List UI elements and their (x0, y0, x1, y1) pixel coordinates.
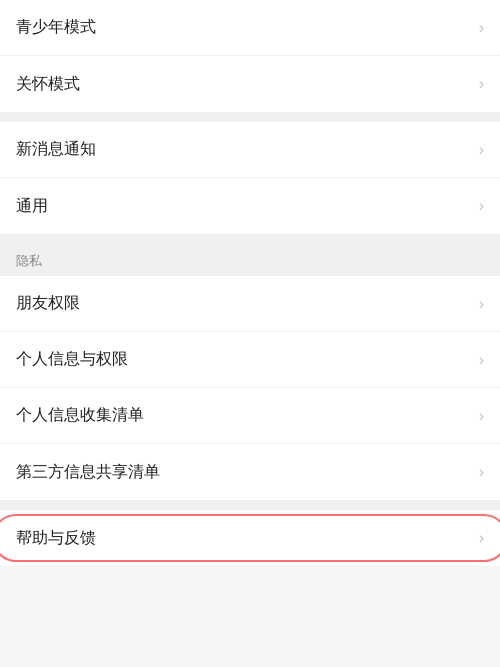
item-label-notifications: 新消息通知 (16, 139, 96, 160)
settings-list: 青少年模式 › 关怀模式 › 新消息通知 › 通用 › 隐私 朋友权限 › 个人… (0, 0, 500, 566)
settings-item-friends-permissions[interactable]: 朋友权限 › (0, 276, 500, 332)
item-label-care-mode: 关怀模式 (16, 74, 80, 95)
chevron-icon: › (479, 19, 484, 37)
settings-item-notifications[interactable]: 新消息通知 › (0, 122, 500, 178)
settings-item-care-mode[interactable]: 关怀模式 › (0, 56, 500, 112)
settings-item-help-feedback[interactable]: 帮助与反馈 › (0, 510, 500, 566)
item-label-personal-info: 个人信息与权限 (16, 349, 128, 370)
item-label-friends-permissions: 朋友权限 (16, 293, 80, 314)
chevron-icon: › (479, 351, 484, 369)
chevron-icon: › (479, 197, 484, 215)
section-group-privacy: 朋友权限 › 个人信息与权限 › 个人信息收集清单 › 第三方信息共享清单 › (0, 276, 500, 500)
chevron-icon: › (479, 75, 484, 93)
settings-item-youth-mode[interactable]: 青少年模式 › (0, 0, 500, 56)
settings-item-personal-info-collection[interactable]: 个人信息收集清单 › (0, 388, 500, 444)
section-group-help: 帮助与反馈 › (0, 510, 500, 566)
section-group-1: 青少年模式 › 关怀模式 › (0, 0, 500, 112)
chevron-icon: › (479, 463, 484, 481)
settings-item-general[interactable]: 通用 › (0, 178, 500, 234)
section-divider-2 (0, 234, 500, 244)
settings-item-personal-info[interactable]: 个人信息与权限 › (0, 332, 500, 388)
section-divider-3 (0, 500, 500, 510)
chevron-icon: › (479, 407, 484, 425)
chevron-icon: › (479, 141, 484, 159)
chevron-icon: › (479, 529, 484, 547)
item-label-youth-mode: 青少年模式 (16, 17, 96, 38)
item-label-general: 通用 (16, 196, 48, 217)
item-label-personal-info-collection: 个人信息收集清单 (16, 405, 144, 426)
settings-item-third-party-sharing[interactable]: 第三方信息共享清单 › (0, 444, 500, 500)
item-label-third-party-sharing: 第三方信息共享清单 (16, 462, 160, 483)
section-divider-1 (0, 112, 500, 122)
chevron-icon: › (479, 295, 484, 313)
item-label-help-feedback: 帮助与反馈 (16, 528, 96, 549)
section-label-privacy: 隐私 (0, 244, 500, 276)
section-group-2: 新消息通知 › 通用 › (0, 122, 500, 234)
